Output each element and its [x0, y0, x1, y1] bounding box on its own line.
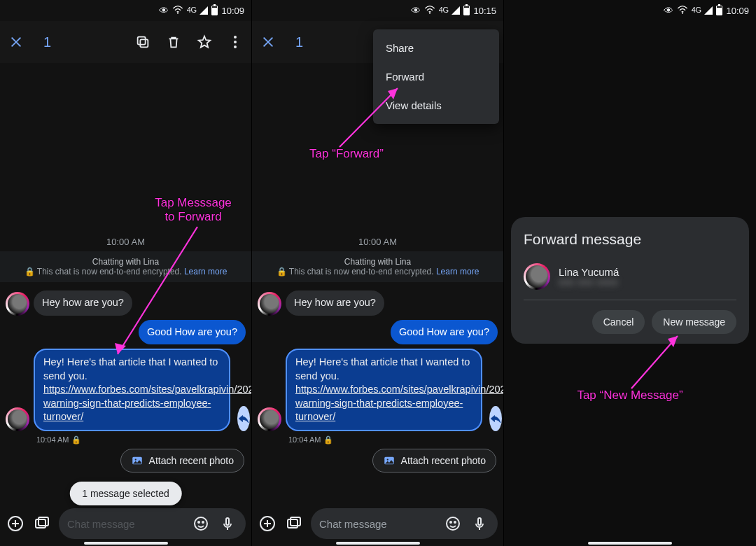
svg-point-21: [450, 522, 451, 523]
svg-rect-7: [38, 517, 48, 526]
attach-photo-chip[interactable]: Attach recent photo: [372, 449, 496, 472]
dialog-title: Forward message: [524, 231, 736, 248]
contact-name: Lina Yucumá: [559, 266, 619, 278]
eye-icon: 👁: [411, 6, 421, 15]
reply-button[interactable]: [237, 406, 250, 431]
message-in-2-selected[interactable]: Hey! Here's that article that I wanted t…: [258, 349, 498, 431]
home-indicator[interactable]: [84, 542, 168, 545]
lock-icon: 🔒: [323, 435, 333, 444]
clock: 10:15: [473, 6, 496, 16]
signal-icon: [451, 6, 460, 15]
chip-label: Attach recent photo: [149, 455, 234, 466]
reply-button[interactable]: [489, 406, 502, 431]
mic-icon[interactable]: [218, 514, 237, 533]
contact-number-redacted: 000 000 0000: [559, 278, 619, 288]
day-stamp: 10:00 AM: [252, 228, 503, 251]
svg-line-27: [631, 336, 678, 388]
day-stamp: 10:00 AM: [0, 228, 251, 251]
msg-link[interactable]: https://www.forbes.com/sites/pavelkrapiv…: [295, 384, 504, 422]
network-label: 4G: [692, 6, 701, 14]
composer: Chat message: [0, 508, 251, 539]
svg-point-20: [447, 517, 459, 530]
msg-link[interactable]: https://www.forbes.com/sites/pavelkrapiv…: [43, 384, 252, 422]
attach-photo-chip[interactable]: Attach recent photo: [120, 449, 244, 472]
learn-more-link[interactable]: Learn more: [184, 267, 227, 276]
clock: 10:09: [726, 6, 749, 16]
svg-rect-6: [36, 519, 46, 528]
info-sub: This chat is now end-to-end encrypted.: [37, 267, 184, 276]
svg-point-16: [386, 458, 388, 460]
network-label: 4G: [187, 6, 197, 14]
svg-rect-2: [138, 37, 146, 45]
plus-icon[interactable]: [6, 514, 25, 533]
signal-icon: [200, 6, 208, 15]
message-in-1[interactable]: Hey how are you?: [258, 290, 498, 316]
wifi-icon: [172, 6, 183, 15]
bubble: Hey! Here's that article that I wanted t…: [34, 349, 230, 431]
wifi-icon: [424, 6, 435, 15]
home-indicator[interactable]: [588, 542, 672, 545]
contact-row[interactable]: Lina Yucumá 000 000 0000: [524, 259, 736, 300]
msg-text: Hey! Here's that article that I wanted t…: [43, 356, 218, 382]
plus-icon[interactable]: [258, 514, 277, 533]
svg-point-14: [429, 13, 430, 14]
close-icon[interactable]: [260, 34, 276, 50]
menu-forward[interactable]: Forward: [373, 62, 499, 91]
svg-point-8: [195, 517, 207, 530]
chat-area: 10:00 AM Chatting with Lina 🔒 This chat …: [252, 63, 503, 546]
svg-point-22: [454, 522, 456, 523]
gallery-icon[interactable]: [32, 514, 52, 533]
avatar: [258, 407, 281, 431]
gallery-icon[interactable]: [284, 514, 304, 533]
encryption-info: Chatting with Lina 🔒 This chat is now en…: [0, 251, 251, 282]
avatar: [258, 292, 281, 316]
message-time: 10:04 AM🔒: [288, 435, 498, 444]
eye-icon: 👁: [664, 6, 673, 15]
copy-icon[interactable]: [135, 34, 150, 50]
mic-icon[interactable]: [470, 514, 489, 533]
message-time: 10:04 AM🔒: [36, 435, 246, 444]
delete-icon[interactable]: [166, 34, 181, 50]
star-icon[interactable]: [197, 34, 212, 50]
new-message-button[interactable]: New message: [652, 310, 736, 334]
toast: 1 message selected: [69, 482, 182, 505]
composer: Chat message: [252, 508, 503, 539]
battery-icon: [211, 6, 218, 15]
menu-view-details[interactable]: View details: [373, 91, 499, 120]
msg-text: Hey! Here's that article that I wanted t…: [295, 356, 470, 382]
status-bar: 👁 4G 10:15: [252, 0, 503, 21]
overflow-icon[interactable]: [227, 34, 243, 50]
emoji-icon[interactable]: [443, 514, 463, 533]
screenshot-3: 👁 4G 10:09 Forward message Lina Yucumá 0…: [504, 0, 756, 546]
annotation-3: Tap “New Message”: [553, 388, 707, 402]
compose-input[interactable]: Chat message: [59, 508, 246, 539]
home-indicator[interactable]: [336, 542, 420, 545]
network-label: 4G: [439, 6, 449, 14]
svg-rect-18: [288, 519, 298, 528]
message-out-1[interactable]: Good How are you?: [258, 320, 498, 345]
svg-point-10: [202, 522, 204, 523]
compose-placeholder: Chat message: [319, 518, 387, 530]
menu-share[interactable]: Share: [373, 34, 499, 62]
selection-count: 1: [43, 34, 51, 50]
screenshot-1: 👁 4G 10:09 1 10:00 AM Chatting with Lina…: [0, 0, 252, 546]
svg-rect-19: [290, 517, 300, 526]
learn-more-link[interactable]: Learn more: [436, 267, 479, 276]
close-icon[interactable]: [8, 34, 24, 50]
chip-label: Attach recent photo: [401, 455, 486, 466]
message-out-1[interactable]: Good How are you?: [6, 320, 246, 345]
message-in-2-selected[interactable]: Hey! Here's that article that I wanted t…: [6, 349, 246, 431]
cancel-button[interactable]: Cancel: [592, 310, 645, 334]
emoji-icon[interactable]: [191, 514, 211, 533]
screenshot-2: 👁 4G 10:15 1 Share Forward View details …: [252, 0, 504, 546]
bubble: Good How are you?: [139, 320, 246, 345]
svg-rect-11: [226, 518, 229, 525]
encryption-info: Chatting with Lina 🔒 This chat is now en…: [252, 251, 503, 282]
message-in-1[interactable]: Hey how are you?: [6, 290, 246, 316]
battery-icon: [463, 6, 470, 15]
forward-dialog: Forward message Lina Yucumá 000 000 0000…: [511, 217, 749, 344]
compose-input[interactable]: Chat message: [311, 508, 498, 539]
clock: 10:09: [221, 6, 244, 16]
svg-point-4: [134, 458, 136, 460]
svg-point-0: [177, 13, 178, 14]
